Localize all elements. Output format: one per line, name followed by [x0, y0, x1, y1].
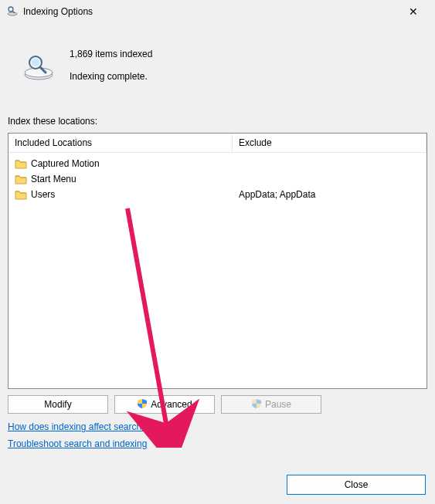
locations-label: Index these locations: [8, 116, 427, 127]
included-column-body: Captured Motion Start Menu Users [8, 153, 233, 388]
indexing-state: Indexing complete. [70, 66, 427, 88]
status-area: 1,869 items indexed Indexing complete. [8, 23, 427, 108]
help-link[interactable]: How does indexing affect searches? [8, 421, 157, 432]
list-item-label: Captured Motion [31, 158, 100, 169]
shield-icon [251, 398, 262, 411]
app-icon [6, 5, 19, 19]
exclude-value [237, 156, 422, 171]
indexing-icon [8, 47, 70, 84]
svg-point-6 [32, 59, 39, 66]
exclude-value: AppData; AppData [237, 187, 422, 202]
list-item-label: Start Menu [31, 174, 76, 184]
column-exclude[interactable]: Exclude [233, 134, 427, 152]
close-button[interactable]: Close [287, 475, 426, 495]
button-label: Modify [44, 399, 71, 410]
advanced-button[interactable]: Advanced [114, 395, 215, 414]
window-title: Indexing Options [23, 6, 398, 17]
folder-icon [15, 189, 27, 200]
locations-list: Included Locations Exclude Captured Moti… [8, 133, 427, 389]
titlebar: Indexing Options ✕ [0, 0, 435, 23]
indexed-count: 1,869 items indexed [70, 43, 427, 66]
exclude-value [237, 171, 422, 187]
svg-point-4 [25, 68, 53, 77]
pause-button: Pause [221, 395, 321, 414]
folder-icon [15, 174, 27, 184]
troubleshoot-link[interactable]: Troubleshoot search and indexing [8, 438, 147, 449]
column-included[interactable]: Included Locations [8, 134, 233, 152]
list-item[interactable]: Users [13, 187, 228, 202]
close-icon[interactable]: ✕ [398, 5, 429, 18]
modify-button[interactable]: Modify [8, 395, 108, 414]
list-item[interactable]: Start Menu [13, 171, 228, 187]
list-item-label: Users [31, 189, 55, 200]
shield-icon [137, 398, 148, 411]
exclude-column-body: AppData; AppData [233, 153, 427, 388]
button-label: Advanced [151, 399, 192, 410]
folder-icon [15, 158, 27, 169]
list-item[interactable]: Captured Motion [13, 156, 228, 171]
svg-point-0 [8, 12, 17, 15]
list-header: Included Locations Exclude [8, 134, 427, 153]
button-label: Pause [265, 399, 291, 410]
